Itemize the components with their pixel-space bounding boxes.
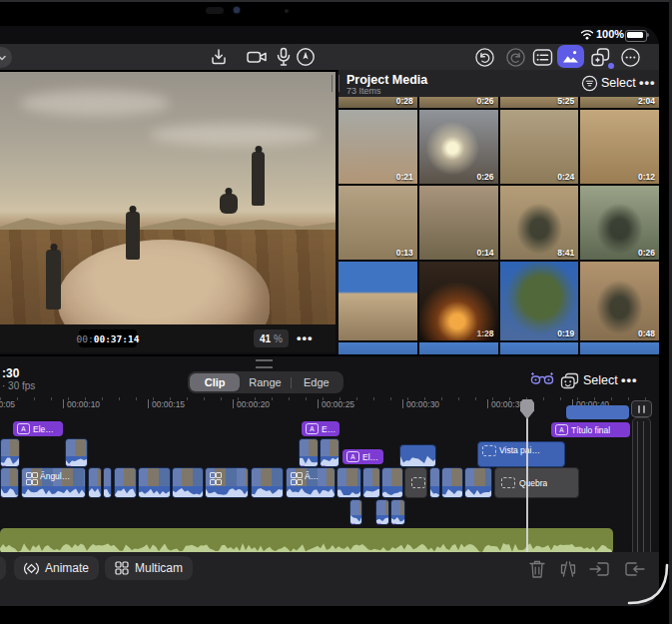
title-clip[interactable]: AElement… <box>13 421 63 436</box>
trim-mode-edge[interactable]: Edge <box>292 373 341 391</box>
media-thumbnail[interactable] <box>338 342 417 354</box>
clip-filmstrip <box>1 439 19 456</box>
person-left <box>126 212 140 260</box>
media-thumbnail[interactable]: 0:26 <box>419 110 498 184</box>
media-thumbnail[interactable]: 0:28 <box>338 97 417 108</box>
title-clip[interactable]: ATítulo final <box>551 422 630 437</box>
front-camera <box>234 7 240 13</box>
video-clip[interactable]: Quebra <box>494 467 579 498</box>
video-clip[interactable] <box>349 499 362 525</box>
timeline-more-button[interactable]: ••• <box>621 372 638 387</box>
video-clip[interactable]: Ângul… <box>21 467 86 498</box>
viewer-zoom-control[interactable]: 41% <box>254 329 289 347</box>
overwrite-clip-icon[interactable] <box>624 559 646 579</box>
video-clip[interactable] <box>381 467 403 498</box>
timeline-resize-grip[interactable] <box>256 359 273 368</box>
video-clip[interactable]: C <box>404 467 427 498</box>
video-clip[interactable] <box>375 499 389 525</box>
delete-clip-icon[interactable] <box>528 559 546 579</box>
media-thumbnail[interactable] <box>580 342 659 354</box>
media-thumbnail[interactable]: 0:14 <box>419 186 498 260</box>
browser-toggle-button[interactable] <box>530 46 554 68</box>
undo-button[interactable] <box>472 46 496 68</box>
media-thumbnail[interactable]: 0:13 <box>338 186 417 260</box>
video-clip[interactable] <box>399 444 436 467</box>
video-clip[interactable] <box>138 467 171 498</box>
effects-button[interactable] <box>588 46 612 68</box>
insert-clip-icon[interactable] <box>588 559 610 579</box>
audio-clip[interactable] <box>0 528 613 554</box>
title-clip[interactable]: AElem… <box>342 449 383 464</box>
timeline-scrollbar[interactable] <box>632 417 651 559</box>
record-video-button[interactable] <box>245 46 269 68</box>
clip-duration: 0:13 <box>396 248 413 258</box>
more-button[interactable] <box>618 46 642 68</box>
timeline-select-button[interactable]: Select <box>583 373 618 387</box>
timeline-ruler[interactable]: 00:00:0500:00:1000:00:1500:00:2000:00:25… <box>0 397 659 415</box>
media-more-button[interactable]: ••• <box>639 75 656 90</box>
animate-button[interactable]: Animate <box>14 556 99 580</box>
video-clip[interactable] <box>205 467 249 498</box>
media-thumbnail[interactable]: 1:28 <box>419 262 498 340</box>
video-clip[interactable] <box>320 438 339 467</box>
media-thumbnail[interactable]: 0:26 <box>580 186 659 260</box>
cut-off-button[interactable] <box>0 556 6 580</box>
video-clip[interactable]: Â… <box>286 467 336 498</box>
video-clip[interactable] <box>0 438 20 467</box>
media-thumbnail[interactable]: 5:25 <box>500 97 579 108</box>
media-thumbnail[interactable] <box>419 342 498 354</box>
panel-resize-grip[interactable] <box>332 75 339 92</box>
collapse-toolbar-button[interactable] <box>0 47 12 68</box>
title-clip[interactable]: AEle… <box>302 421 339 436</box>
multicam-button[interactable]: Multicam <box>105 556 193 580</box>
video-clip[interactable] <box>464 467 492 498</box>
record-voiceover-button[interactable] <box>272 46 296 68</box>
video-clip[interactable] <box>103 467 112 498</box>
video-clip[interactable] <box>429 467 440 498</box>
clip-label: Título final <box>571 425 610 435</box>
video-clip[interactable] <box>390 499 405 525</box>
clip-label: Elem… <box>362 452 379 462</box>
media-thumbnail[interactable]: 0:12 <box>580 110 659 184</box>
media-thumbnail[interactable]: 0:21 <box>338 110 417 184</box>
media-thumbnail[interactable]: 0:24 <box>500 110 579 184</box>
video-clip[interactable] <box>441 467 463 498</box>
trim-mode-range[interactable]: Range <box>240 373 290 391</box>
media-browser-button[interactable] <box>557 45 584 68</box>
video-clip[interactable] <box>566 405 629 419</box>
video-clip[interactable] <box>88 467 102 498</box>
playhead-handle[interactable] <box>520 399 534 419</box>
viewer-more-button[interactable]: ••• <box>297 330 314 345</box>
clip-overlap-icon[interactable] <box>560 372 579 389</box>
filter-icon[interactable] <box>581 75 598 92</box>
video-clip[interactable] <box>114 467 137 498</box>
split-clip-icon[interactable] <box>558 559 578 579</box>
video-clip[interactable] <box>172 467 204 498</box>
person-sitting <box>220 194 238 214</box>
track-height-button[interactable] <box>631 400 652 417</box>
video-clip[interactable] <box>362 467 380 498</box>
video-clip[interactable] <box>0 467 19 498</box>
trim-mode-clip[interactable]: Clip <box>190 373 240 391</box>
video-clip[interactable] <box>65 438 88 467</box>
import-button[interactable] <box>207 46 231 68</box>
media-thumbnail[interactable]: 0:19 <box>500 262 579 340</box>
video-clip[interactable] <box>251 467 284 498</box>
redo-button[interactable] <box>503 46 527 68</box>
media-thumbnail[interactable]: 2:04 <box>580 97 659 108</box>
ruler-timecode-label: 00:00:05 <box>0 399 15 409</box>
timecode-display[interactable]: 00:00:37:14 <box>79 329 137 347</box>
media-thumbnail[interactable]: 0:26 <box>419 97 498 108</box>
media-thumbnail[interactable]: 0:48 <box>580 262 659 340</box>
video-clip[interactable] <box>299 438 319 467</box>
skimmer-glasses-icon[interactable] <box>530 371 554 387</box>
viewer-video-frame[interactable] <box>0 72 336 324</box>
pencil-tools-button[interactable] <box>294 46 318 68</box>
video-clip[interactable]: Vista pai… <box>477 441 565 467</box>
media-thumbnail[interactable]: 0:37 <box>338 262 417 340</box>
video-clip[interactable] <box>336 467 361 498</box>
media-select-button[interactable]: Select <box>601 76 636 90</box>
clip-duration: 0:12 <box>638 172 655 182</box>
media-thumbnail[interactable] <box>500 342 579 354</box>
media-thumbnail[interactable]: 8:41 <box>500 186 579 260</box>
